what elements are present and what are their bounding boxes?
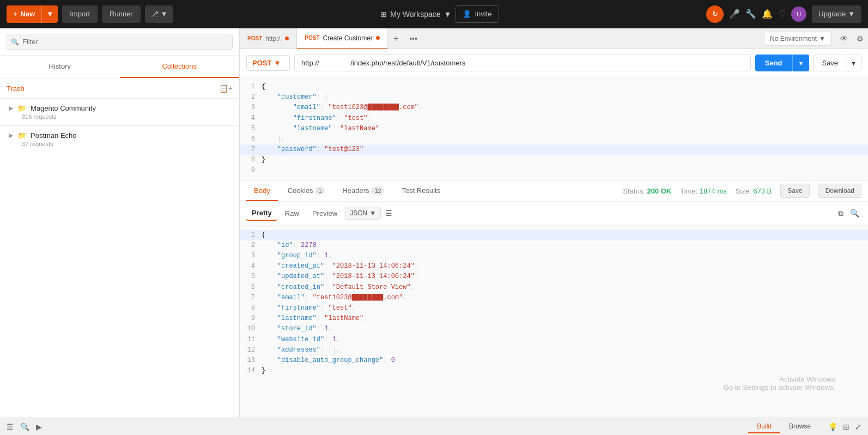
status-bar-far-right: 💡 ⊞ ⤢ xyxy=(828,422,861,431)
build-tab[interactable]: Build xyxy=(748,420,780,433)
response-status: Status: 200 OK Time: 1874 ms Size: 673 B… xyxy=(623,184,861,198)
format-type-selector[interactable]: JSON ▼ xyxy=(345,207,381,220)
copy-icon[interactable]: ⧉ xyxy=(836,207,846,220)
format-type-label: JSON xyxy=(350,209,367,217)
fork-icon: ⎇ xyxy=(150,10,159,18)
response-download-button[interactable]: Download xyxy=(818,184,861,198)
send-button[interactable]: Send xyxy=(755,55,792,71)
import-button[interactable]: Import xyxy=(62,5,98,23)
search-response-icon[interactable]: 🔍 xyxy=(848,207,861,220)
eye-icon[interactable]: 👁 xyxy=(836,34,852,43)
code-line: 8 "firstname": "test", xyxy=(240,303,868,313)
method-selector[interactable]: POST ▼ xyxy=(246,55,290,71)
wrench-icon[interactable]: 🔧 xyxy=(745,9,756,19)
new-button[interactable]: + New ▼ xyxy=(7,5,58,23)
url-input[interactable] xyxy=(294,55,751,71)
format-raw[interactable]: Raw xyxy=(280,207,305,220)
microphone-icon[interactable]: 🎤 xyxy=(729,9,740,19)
code-line: 3 "group_id": 1, xyxy=(240,251,868,261)
expand-icon[interactable]: ⤢ xyxy=(855,422,861,431)
invite-button[interactable]: 👤 Invite xyxy=(456,5,499,23)
tab-body[interactable]: Body xyxy=(246,181,278,201)
tab-label: Create Customer xyxy=(323,34,373,42)
lightbulb-icon[interactable]: 💡 xyxy=(828,422,837,431)
invite-label: Invite xyxy=(475,10,491,18)
code-line: 14 } xyxy=(240,366,868,376)
status-value: 200 OK xyxy=(647,187,671,195)
sidebar-toggle-icon[interactable]: ☰ xyxy=(7,422,14,431)
upgrade-button[interactable]: Upgrade ▼ xyxy=(812,5,861,23)
extra-button[interactable]: ⎇ ▼ xyxy=(145,5,173,23)
environment-selector[interactable]: No Environment ▼ xyxy=(764,32,831,46)
format-preview[interactable]: Preview xyxy=(307,207,343,220)
bell-icon[interactable]: 🔔 xyxy=(762,9,773,19)
code-bar-icon[interactable]: ▶ xyxy=(36,422,42,431)
folder-icon: 📁 xyxy=(17,131,26,140)
avatar[interactable]: U xyxy=(791,7,806,22)
save-button-group: Save ▼ xyxy=(814,55,861,71)
runner-button[interactable]: Runner xyxy=(102,5,141,23)
new-label: New xyxy=(21,10,35,18)
sync-button[interactable]: ↻ xyxy=(706,5,724,23)
tab-item-active[interactable]: POST Create Customer xyxy=(297,28,388,49)
code-line: 1 { xyxy=(240,230,868,240)
code-line: 2 "customer": { xyxy=(240,92,868,102)
save-button[interactable]: Save xyxy=(814,55,846,71)
code-line: 3 "email": "test1023@████████.com", xyxy=(240,102,868,113)
method-label: POST xyxy=(252,59,271,67)
tab-history[interactable]: History xyxy=(0,56,120,78)
sort-icon[interactable]: ☰ xyxy=(383,207,394,220)
code-line: 2 "id": 2278, xyxy=(240,240,868,251)
trash-section[interactable]: Trash 📋+ xyxy=(0,78,239,99)
filter-input[interactable] xyxy=(7,34,233,50)
upgrade-dropdown-icon: ▼ xyxy=(848,10,855,18)
code-line: 5 "updated_at": "2018-11-13 14:06:24", xyxy=(240,271,868,282)
tab-test-results[interactable]: Test Results xyxy=(394,181,448,201)
code-line: 6 }, xyxy=(240,134,868,144)
code-line: 6 "created_in": "Default Store View", xyxy=(240,282,868,293)
env-dropdown-icon: ▼ xyxy=(819,35,825,43)
tab-method-label: POST xyxy=(247,35,262,41)
extra-dropdown-icon: ▼ xyxy=(161,10,168,18)
chevron-right-icon: ▶ xyxy=(9,105,13,112)
list-item[interactable]: ▶ 📁 Postman Echo 37 requests xyxy=(0,126,239,153)
browse-tab[interactable]: Browse xyxy=(780,420,820,433)
tab-cookies[interactable]: Cookies 1 xyxy=(280,181,333,201)
search-bar-icon[interactable]: 🔍 xyxy=(20,422,29,431)
main-layout: 🔍 History Collections Trash 📋+ ▶ 📁 Magen… xyxy=(0,28,868,418)
layout-icon[interactable]: ⊞ xyxy=(843,422,849,431)
response-save-button[interactable]: Save xyxy=(780,184,809,198)
code-line-highlighted: 7 "password": "test@123" xyxy=(240,144,868,155)
status-bar-tabs: Build Browse xyxy=(748,420,820,433)
tab-collections[interactable]: Collections xyxy=(120,56,240,78)
heart-icon[interactable]: ♡ xyxy=(778,9,786,19)
add-collection-icon[interactable]: 📋+ xyxy=(219,84,233,93)
status-label: Status: 200 OK xyxy=(623,187,671,195)
tab-unsaved-dot xyxy=(285,37,289,40)
headers-badge: 12 xyxy=(371,187,384,195)
code-line: 8 } xyxy=(240,155,868,165)
new-dropdown-arrow[interactable]: ▼ xyxy=(41,5,58,23)
format-pretty[interactable]: Pretty xyxy=(246,206,277,221)
grid-icon: ⊞ xyxy=(380,10,387,19)
collection-meta: 37 requests xyxy=(22,141,230,147)
code-line: 7 "email": "test1023@████████.com", xyxy=(240,293,868,303)
format-tabs: Pretty Raw Preview JSON ▼ ☰ ⧉ 🔍 xyxy=(240,202,868,226)
folder-icon: 📁 xyxy=(17,104,26,112)
tab-item[interactable]: POST http:/. xyxy=(240,28,297,49)
settings-icon[interactable]: ⚙ xyxy=(852,34,868,43)
sidebar-tabs: History Collections xyxy=(0,56,239,78)
cookies-badge: 1 xyxy=(315,187,325,195)
request-area: POST http:/. POST Create Customer + ••• … xyxy=(240,28,868,418)
tab-headers[interactable]: Headers 12 xyxy=(335,181,392,201)
list-item[interactable]: ▶ 📁 Magento Community 316 requests xyxy=(0,99,239,126)
workspace-center: ⊞ My Workspace ▼ 👤 Invite xyxy=(178,5,702,23)
size-value: 673 B xyxy=(753,187,772,195)
send-dropdown[interactable]: ▼ xyxy=(792,55,810,71)
more-tabs-button[interactable]: ••• xyxy=(404,34,423,43)
save-dropdown[interactable]: ▼ xyxy=(846,55,861,71)
new-tab-button[interactable]: + xyxy=(388,34,404,44)
send-button-group: Send ▼ xyxy=(755,55,810,71)
workspace-button[interactable]: ⊞ My Workspace ▼ xyxy=(380,10,451,19)
request-body-editor[interactable]: 1 { 2 "customer": { 3 "email": "test1023… xyxy=(240,77,868,181)
